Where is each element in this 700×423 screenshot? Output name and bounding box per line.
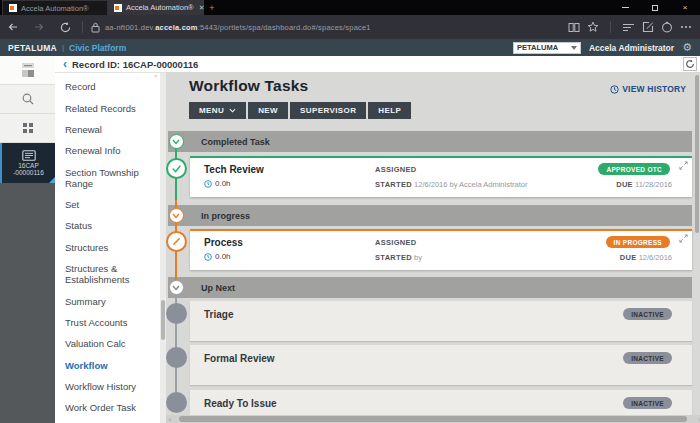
- maximize-button[interactable]: [640, 0, 670, 15]
- vertical-scrollbar-thumb[interactable]: [695, 75, 699, 233]
- nav-item-workflow-history[interactable]: Workflow History: [55, 376, 160, 397]
- record-nav-panel: ^ Record Related Records Renewal Renewal…: [55, 73, 160, 423]
- expand-task-button[interactable]: [679, 234, 688, 243]
- minimize-button[interactable]: [610, 0, 640, 15]
- record-id-label: Record ID: 16CAP-00000116: [72, 59, 198, 70]
- agency-select-value: PETALUMA: [517, 43, 558, 52]
- section-header-completed[interactable]: Completed Task: [168, 131, 692, 152]
- page-title: Workflow Tasks: [189, 77, 308, 95]
- task-hours: 0.0h: [204, 179, 231, 188]
- content-vertical-scrollbar[interactable]: [694, 72, 700, 415]
- url-text: aa-nft001.dev.accela.com:5443/portlets/s…: [105, 23, 371, 32]
- content-horizontal-scrollbar[interactable]: ‹ ›: [166, 415, 700, 423]
- rail-apps-button[interactable]: [0, 114, 55, 143]
- tab-title: Accela Automation®: [126, 3, 194, 12]
- close-window-button[interactable]: ×: [670, 0, 700, 15]
- left-rail: 16CAP-00000116: [0, 56, 55, 423]
- nav-item-valuation-calc[interactable]: Valuation Calc: [55, 333, 160, 354]
- browser-tab-bar: Accela Automation® Accela Automation® ✕ …: [0, 0, 700, 15]
- status-badge: INACTIVE: [623, 397, 672, 409]
- forward-arrow-icon: [33, 21, 45, 33]
- tab-title: Accela Automation®: [21, 4, 89, 13]
- hub-icon[interactable]: [622, 22, 635, 33]
- reading-view-icon[interactable]: [568, 22, 580, 33]
- rail-search-button[interactable]: [0, 85, 55, 114]
- task-card-formal-review[interactable]: Formal Review INACTIVE: [190, 345, 692, 385]
- user-name[interactable]: Accela Administrator: [589, 43, 674, 53]
- workflow-content: Workflow Tasks VIEW HISTORY MENU NEW SUP…: [166, 72, 700, 423]
- nav-item-workflow-active[interactable]: Workflow: [55, 355, 160, 376]
- more-options-icon[interactable]: [680, 25, 692, 29]
- nav-item-section-township-range[interactable]: Section Township Range: [55, 162, 160, 194]
- scroll-left-icon[interactable]: ‹: [169, 416, 171, 422]
- new-button[interactable]: NEW: [248, 102, 288, 119]
- expand-task-button[interactable]: [679, 161, 688, 170]
- maximize-icon: [652, 5, 658, 11]
- task-name: Formal Review: [204, 353, 275, 364]
- task-inactive-dot: [166, 303, 187, 324]
- agency-name: PETALUMA: [8, 43, 57, 53]
- section-header-up-next[interactable]: Up Next: [168, 277, 692, 298]
- assigned-label: ASSIGNED: [375, 238, 417, 247]
- horizontal-scrollbar-thumb[interactable]: [179, 416, 687, 422]
- clock-icon: [204, 180, 212, 188]
- minimize-icon: [622, 7, 629, 8]
- nav-item-renewal-info[interactable]: Renewal Info: [55, 140, 160, 161]
- share-icon[interactable]: [661, 21, 673, 33]
- section-header-in-progress[interactable]: In progress: [168, 205, 692, 226]
- apps-grid-icon: [22, 122, 34, 134]
- rail-record-tab-active[interactable]: 16CAP-00000116: [0, 143, 55, 183]
- started-row: STARTED 12/6/2016 by Accela Administrato…: [375, 180, 527, 189]
- header-right: PETALUMA Accela Administrator ⚙: [513, 42, 700, 54]
- view-history-link[interactable]: VIEW HISTORY: [610, 84, 686, 94]
- nav-item-structures-establishments[interactable]: Structures & Establishments: [55, 258, 160, 290]
- view-history-label: VIEW HISTORY: [622, 84, 686, 94]
- nav-item-record[interactable]: Record: [55, 76, 160, 97]
- nav-item-trust-accounts[interactable]: Trust Accounts: [55, 312, 160, 333]
- nav-scrollbar-thumb[interactable]: [161, 300, 165, 340]
- expand-arrows-icon: [679, 161, 688, 170]
- nav-item-work-order-task[interactable]: Work Order Task: [55, 397, 160, 418]
- forward-button[interactable]: [26, 21, 52, 33]
- nav-item-structures[interactable]: Structures: [55, 237, 160, 258]
- menu-button[interactable]: MENU: [189, 102, 246, 119]
- task-card-tech-review[interactable]: Tech Review 0.0h ASSIGNED STARTED 12/6/2…: [190, 156, 692, 197]
- nav-item-status[interactable]: Status: [55, 215, 160, 236]
- collapse-in-progress-icon[interactable]: [169, 208, 184, 223]
- agency-select[interactable]: PETALUMA: [513, 42, 581, 54]
- refresh-record-button[interactable]: [683, 57, 697, 71]
- refresh-button[interactable]: [52, 21, 78, 34]
- nav-scroll-up-icon[interactable]: ^: [154, 74, 157, 80]
- rail-launchpad-button[interactable]: [0, 56, 55, 85]
- nav-item-renewal[interactable]: Renewal: [55, 119, 160, 140]
- nav-item-summary[interactable]: Summary: [55, 290, 160, 311]
- collapse-completed-icon[interactable]: [169, 134, 184, 149]
- refresh-icon: [685, 59, 695, 69]
- web-note-icon[interactable]: [642, 21, 654, 33]
- record-tab-label: 16CAP-00000116: [13, 162, 44, 176]
- nav-item-related-records[interactable]: Related Records: [55, 97, 160, 118]
- new-tab-button[interactable]: +: [204, 0, 220, 15]
- status-badge: APPROVED OTC: [598, 163, 670, 175]
- refresh-icon: [59, 21, 72, 34]
- expand-arrows-icon: [679, 234, 688, 243]
- task-card-process[interactable]: Process 0.0h ASSIGNED STARTED by IN PROG…: [190, 229, 692, 270]
- chevron-left-icon[interactable]: ‹: [63, 59, 67, 69]
- gear-icon[interactable]: ⚙: [682, 42, 692, 53]
- hours-value: 0.0h: [215, 252, 231, 261]
- help-button[interactable]: HELP: [368, 102, 411, 119]
- favorites-star-icon[interactable]: [587, 21, 599, 33]
- supervisor-button[interactable]: SUPERVISOR: [290, 102, 366, 119]
- nav-item-set[interactable]: Set: [55, 194, 160, 215]
- product-name-link[interactable]: Civic Platform: [69, 43, 126, 53]
- browser-toolbar: aa-nft001.dev.accela.com:5443/portlets/s…: [0, 15, 700, 39]
- address-bar[interactable]: aa-nft001.dev.accela.com:5443/portlets/s…: [91, 22, 568, 33]
- collapse-up-next-icon[interactable]: [169, 280, 184, 295]
- browser-tab-active[interactable]: Accela Automation® ✕: [108, 0, 204, 15]
- clock-icon: [204, 253, 212, 261]
- back-button[interactable]: [0, 21, 26, 33]
- accela-favicon-icon: [114, 4, 122, 12]
- task-card-triage[interactable]: Triage INACTIVE: [190, 301, 692, 341]
- workstation-icon: [19, 62, 37, 78]
- browser-tab-inactive[interactable]: Accela Automation®: [2, 0, 108, 15]
